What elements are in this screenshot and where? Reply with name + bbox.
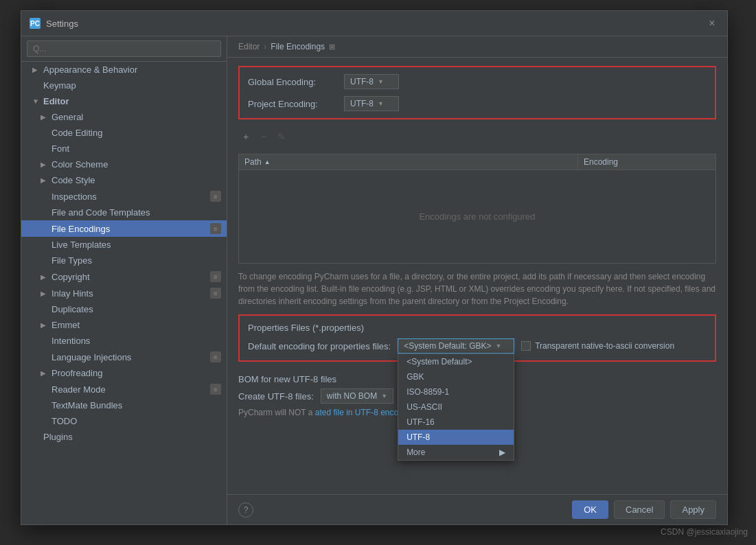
reader-mode-badge: ≡ [210, 384, 221, 395]
transparent-conversion-checkbox[interactable] [521, 341, 531, 351]
dropdown-item-label-utf-16: UTF-16 [406, 417, 435, 427]
remove-path-button[interactable]: − [256, 129, 271, 144]
expand-arrow-copyright [41, 273, 49, 281]
info-text: To change encoding PyCharm uses for a fi… [238, 270, 716, 308]
main-content: Global Encoding: UTF-8 ▼ Project Encodin… [227, 58, 727, 494]
dialog-title: Settings [46, 19, 78, 29]
bom-create-dropdown[interactable]: with NO BOM ▼ [321, 389, 393, 404]
bom-create-label: Create UTF-8 files: [238, 391, 314, 402]
pycharm-icon: PC [30, 18, 41, 29]
sidebar-item-file-code-templates[interactable]: File and Code Templates [21, 205, 227, 220]
copyright-badge: ≡ [210, 271, 221, 282]
bom-dropdown-arrow: ▼ [381, 393, 387, 399]
expand-arrow-code-style [41, 176, 49, 184]
sidebar-item-code-editing[interactable]: Code Editing [21, 125, 227, 141]
sidebar-label-copyright: Copyright [51, 272, 90, 282]
col-path-header[interactable]: Path ▲ [239, 154, 578, 170]
expand-arrow-emmet [41, 321, 49, 329]
dropdown-item-utf-8[interactable]: UTF-8 [398, 430, 514, 445]
sidebar: Appearance & Behavior Keymap Editor Gene… [21, 36, 227, 524]
dropdown-item-more[interactable]: More ▶ [398, 445, 514, 460]
sidebar-label-general: General [51, 112, 83, 122]
global-encoding-dropdown[interactable]: UTF-8 ▼ [344, 74, 399, 89]
sidebar-item-file-encodings[interactable]: File Encodings ≡ [21, 220, 227, 237]
sidebar-item-appearance[interactable]: Appearance & Behavior [21, 62, 227, 78]
table-header: Path ▲ Encoding [239, 154, 715, 170]
sidebar-label-inspections: Inspections [51, 192, 97, 202]
sidebar-item-live-templates[interactable]: Live Templates [21, 237, 227, 253]
sidebar-item-language-injections[interactable]: Language Injections ≡ [21, 349, 227, 365]
sidebar-item-code-style[interactable]: Code Style [21, 172, 227, 188]
dropdown-item-label-system-default: <System Default> [406, 357, 472, 367]
sidebar-label-file-types: File Types [51, 255, 92, 266]
apply-button[interactable]: Apply [670, 500, 716, 519]
breadcrumb-separator: › [264, 42, 266, 51]
sidebar-item-emmet[interactable]: Emmet [21, 317, 227, 333]
expand-arrow-appearance [32, 66, 41, 73]
sidebar-label-duplicates: Duplicates [51, 304, 93, 314]
properties-encoding-dropdown[interactable]: <System Default: GBK> ▼ [398, 338, 514, 353]
sidebar-item-general[interactable]: General [21, 109, 227, 125]
sidebar-item-reader-mode[interactable]: Reader Mode ≡ [21, 381, 227, 397]
sidebar-label-file-encodings: File Encodings [51, 224, 110, 234]
dropdown-item-system-default[interactable]: <System Default> [398, 354, 514, 369]
sidebar-label-color-scheme: Color Scheme [51, 159, 108, 170]
sidebar-item-duplicates[interactable]: Duplicates [21, 301, 227, 317]
col-encoding-header[interactable]: Encoding [578, 154, 715, 170]
project-encoding-dropdown[interactable]: UTF-8 ▼ [344, 96, 399, 111]
properties-encoding-value: <System Default: GBK> [404, 341, 491, 351]
inspections-badge: ≡ [210, 191, 221, 202]
sidebar-label-editor: Editor [43, 96, 69, 106]
dropdown-item-label-gbk: GBK [406, 372, 424, 382]
sidebar-item-font[interactable]: Font [21, 141, 227, 156]
properties-section-title: Properties Files (*.properties) [248, 323, 707, 333]
sidebar-item-todo[interactable]: TODO [21, 413, 227, 429]
sidebar-item-copyright[interactable]: Copyright ≡ [21, 268, 227, 285]
edit-path-button[interactable]: ✎ [274, 129, 289, 144]
transparent-conversion-label: Transparent native-to-ascii conversion [535, 341, 674, 351]
dropdown-item-us-ascii[interactable]: US-ASCII [398, 399, 514, 415]
sidebar-label-font: Font [51, 143, 69, 154]
file-encodings-badge: ≡ [210, 223, 221, 234]
sidebar-label-code-editing: Code Editing [51, 128, 102, 138]
expand-arrow-general [41, 113, 49, 121]
project-encoding-arrow: ▼ [378, 100, 384, 107]
dropdown-item-gbk[interactable]: GBK [398, 369, 514, 384]
project-encoding-value: UTF-8 [350, 99, 374, 108]
sidebar-item-editor[interactable]: Editor [21, 93, 227, 109]
expand-arrow-editor [32, 97, 41, 105]
dropdown-item-label-iso-8859-1: ISO-8859-1 [406, 387, 449, 397]
sidebar-item-intentions[interactable]: Intentions [21, 333, 227, 349]
sidebar-item-proofreading[interactable]: Proofreading [21, 365, 227, 381]
encoding-section: Global Encoding: UTF-8 ▼ Project Encodin… [238, 66, 716, 119]
sidebar-item-textmate-bundles[interactable]: TextMate Bundles [21, 397, 227, 413]
sidebar-item-color-scheme[interactable]: Color Scheme [21, 156, 227, 172]
sidebar-label-textmate-bundles: TextMate Bundles [51, 400, 122, 410]
project-encoding-row: Project Encoding: UTF-8 ▼ [248, 96, 707, 111]
sidebar-item-inlay-hints[interactable]: Inlay Hints ≡ [21, 285, 227, 301]
dropdown-item-label-utf-8: UTF-8 [406, 432, 430, 442]
help-button[interactable]: ? [238, 502, 253, 518]
dropdown-item-iso-8859-1[interactable]: ISO-8859-1 [398, 384, 514, 399]
global-encoding-label: Global Encoding: [248, 77, 337, 87]
sidebar-label-emmet: Emmet [51, 320, 80, 330]
add-path-button[interactable]: + [238, 129, 253, 144]
transparent-conversion-row: Transparent native-to-ascii conversion [521, 341, 674, 351]
cancel-button[interactable]: Cancel [614, 500, 665, 519]
dialog-body: Appearance & Behavior Keymap Editor Gene… [21, 36, 727, 524]
project-encoding-label: Project Encoding: [248, 99, 337, 109]
title-bar: PC Settings × [21, 11, 727, 36]
sidebar-item-keymap[interactable]: Keymap [21, 78, 227, 93]
search-input[interactable] [27, 40, 221, 57]
sidebar-item-plugins[interactable]: Plugins [21, 429, 227, 445]
sidebar-item-inspections[interactable]: Inspections ≡ [21, 188, 227, 205]
sidebar-label-appearance: Appearance & Behavior [43, 65, 137, 75]
ok-button[interactable]: OK [572, 500, 608, 519]
expand-arrow-proofreading [41, 369, 49, 377]
path-toolbar: + − ✎ [238, 126, 716, 147]
encoding-col-label: Encoding [584, 157, 618, 167]
sidebar-label-file-code-templates: File and Code Templates [51, 207, 150, 218]
sidebar-item-file-types[interactable]: File Types [21, 253, 227, 268]
dropdown-item-utf-16[interactable]: UTF-16 [398, 415, 514, 430]
close-button[interactable]: × [705, 16, 719, 30]
